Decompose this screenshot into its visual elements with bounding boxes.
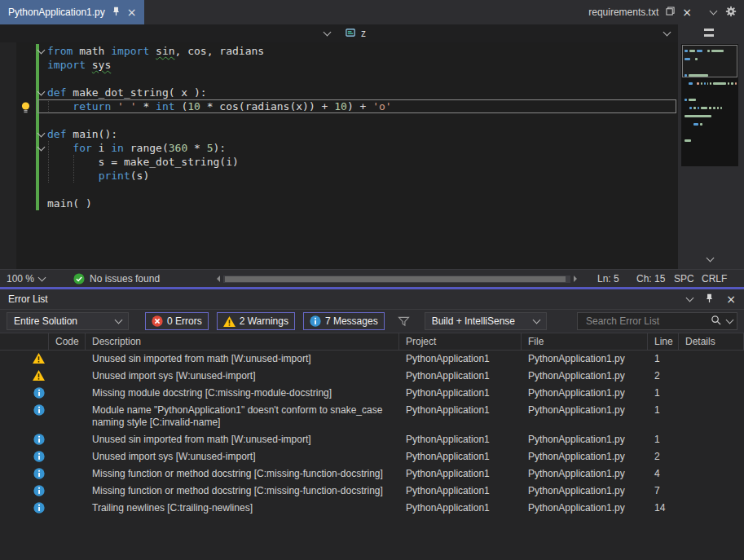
code-line[interactable]: from math import sin, cos, radians xyxy=(37,44,676,58)
source-filter-value: Build + IntelliSense xyxy=(432,315,515,327)
cell-line: 1 xyxy=(648,434,679,446)
zoom-control[interactable]: 100 % xyxy=(7,270,45,288)
code-line[interactable]: s = make_dot_string(i) xyxy=(37,155,676,169)
minimap-thumbnail[interactable] xyxy=(681,44,738,166)
member-dropdown[interactable]: z xyxy=(338,24,678,42)
scroll-down-icon[interactable] xyxy=(707,254,715,262)
search-icon[interactable] xyxy=(711,315,721,328)
scroll-right-icon[interactable] xyxy=(574,276,580,282)
cell-line: 1 xyxy=(648,353,679,365)
source-filter-dropdown[interactable]: Build + IntelliSense xyxy=(425,312,547,330)
tab-pythonapplication1[interactable]: PythonApplication1.py × xyxy=(0,0,144,24)
code-editor[interactable]: from math import sin, cos, radiansimport… xyxy=(0,42,678,269)
close-icon[interactable]: × xyxy=(127,7,137,18)
scrollbar-thumb[interactable] xyxy=(225,276,566,282)
column-header-details[interactable]: Details xyxy=(679,333,744,350)
fold-chevron-icon[interactable] xyxy=(37,46,46,55)
code-line[interactable]: main( ) xyxy=(37,196,676,210)
cell-project: PythonApplication1 xyxy=(399,353,522,365)
quick-actions-lightbulb-icon[interactable] xyxy=(20,101,31,117)
fold-chevron-icon[interactable] xyxy=(37,88,46,96)
close-icon[interactable]: × xyxy=(726,293,736,305)
cell-file: PythonApplication1.py xyxy=(522,485,648,497)
code-line-current[interactable]: return ' ' * int (10 * cos(radians(x)) +… xyxy=(37,99,676,113)
cell-description: Unused sin imported from math [W:unused-… xyxy=(86,353,399,365)
pin-icon[interactable] xyxy=(705,293,714,306)
search-options-chevron-icon[interactable] xyxy=(726,316,734,324)
code-text: print(s) xyxy=(47,170,149,182)
error-list-toolbar: Entire Solution 0 Errors 2 Warnings 7 Me… xyxy=(0,309,744,333)
fold-chevron-icon[interactable] xyxy=(37,130,46,138)
minimap-viewport[interactable] xyxy=(682,45,737,77)
error-row[interactable]: Missing module docstring [C:missing-modu… xyxy=(0,385,744,402)
error-row[interactable]: Unused sin imported from math [W:unused-… xyxy=(0,351,744,368)
split-editor-icon[interactable] xyxy=(702,28,715,40)
error-list-title-bar[interactable]: Error List × xyxy=(0,289,744,309)
space-indicator: SPC xyxy=(674,270,694,288)
info-icon xyxy=(0,502,49,514)
scroll-left-icon[interactable] xyxy=(214,276,220,282)
error-row[interactable]: Unused import sys [W:unused-import]Pytho… xyxy=(0,368,744,385)
close-icon[interactable]: × xyxy=(682,7,692,18)
horizontal-scrollbar[interactable] xyxy=(223,276,570,283)
code-lines[interactable]: from math import sin, cos, radiansimport… xyxy=(37,44,676,210)
project-dropdown[interactable] xyxy=(0,24,338,42)
zoom-level: 100 % xyxy=(7,273,34,284)
keep-open-icon[interactable] xyxy=(666,7,675,18)
tab-list-chevron-icon[interactable] xyxy=(710,7,718,15)
gear-icon[interactable] xyxy=(725,6,737,20)
breakpoint-margin[interactable] xyxy=(0,42,16,269)
chevron-down-icon xyxy=(663,29,671,37)
window-position-chevron-icon[interactable] xyxy=(686,294,694,302)
error-row[interactable]: Missing function or method docstring [C:… xyxy=(0,483,744,500)
cell-project: PythonApplication1 xyxy=(399,387,522,399)
code-text: def make_dot_string( x ): xyxy=(47,86,207,99)
error-icon xyxy=(152,315,163,327)
code-line[interactable] xyxy=(37,72,676,86)
column-header-description[interactable]: Description xyxy=(86,333,399,350)
column-header-line[interactable]: Line xyxy=(648,333,679,350)
code-line[interactable]: import sys xyxy=(37,58,676,72)
cell-project: PythonApplication1 xyxy=(399,404,522,417)
errors-toggle-button[interactable]: 0 Errors xyxy=(145,312,209,330)
document-health-indicator[interactable]: No issues found xyxy=(73,270,160,288)
warnings-toggle-button[interactable]: 2 Warnings xyxy=(217,312,295,330)
column-header-project[interactable]: Project xyxy=(399,333,522,350)
scope-filter-value: Entire Solution xyxy=(14,315,77,327)
line-ending-indicator: CRLF xyxy=(702,270,727,288)
code-line[interactable] xyxy=(37,113,676,127)
search-error-list-input[interactable] xyxy=(584,315,705,328)
cell-project: PythonApplication1 xyxy=(399,434,522,446)
chevron-down-icon xyxy=(324,29,332,37)
member-label: z xyxy=(361,28,366,39)
column-header-severity[interactable] xyxy=(0,333,49,350)
code-line[interactable]: def make_dot_string( x ): xyxy=(37,86,676,99)
code-line[interactable]: def main(): xyxy=(37,127,676,141)
error-rows: Unused sin imported from math [W:unused-… xyxy=(0,351,744,560)
code-line[interactable]: print(s) xyxy=(37,169,676,183)
error-row[interactable]: Module name "PythonApplication1" doesn't… xyxy=(0,402,744,431)
fold-chevron-icon[interactable] xyxy=(37,143,46,152)
error-row[interactable]: Missing function or method docstring [C:… xyxy=(0,465,744,483)
error-list-panel: Error List × Entire Solution 0 Errors 2 … xyxy=(0,289,744,560)
tab-requirements[interactable]: requirements.txt × xyxy=(587,7,693,18)
navigation-bar: z xyxy=(0,24,678,42)
chevron-down-icon xyxy=(38,274,46,282)
minimap[interactable] xyxy=(678,24,744,269)
error-row[interactable]: Trailing newlines [C:trailing-newlines]P… xyxy=(0,500,744,517)
filter-icon[interactable] xyxy=(398,316,410,327)
column-header-code[interactable]: Code xyxy=(49,333,86,350)
info-icon xyxy=(0,404,49,416)
panel-title: Error List xyxy=(8,293,48,305)
pin-icon[interactable] xyxy=(112,7,121,19)
messages-toggle-button[interactable]: 7 Messages xyxy=(303,312,385,330)
column-header-file[interactable]: File xyxy=(522,333,648,350)
scope-filter-dropdown[interactable]: Entire Solution xyxy=(7,312,129,330)
cell-file: PythonApplication1.py xyxy=(522,387,648,399)
cell-description: Trailing newlines [C:trailing-newlines] xyxy=(86,502,399,514)
code-line[interactable]: for i in range(360 * 5): xyxy=(37,141,676,155)
code-text: for i in range(360 * 5): xyxy=(47,142,226,154)
code-line[interactable] xyxy=(37,183,676,196)
error-row[interactable]: Unused sin imported from math [W:unused-… xyxy=(0,431,744,448)
error-row[interactable]: Unused import sys [W:unused-import]Pytho… xyxy=(0,448,744,465)
